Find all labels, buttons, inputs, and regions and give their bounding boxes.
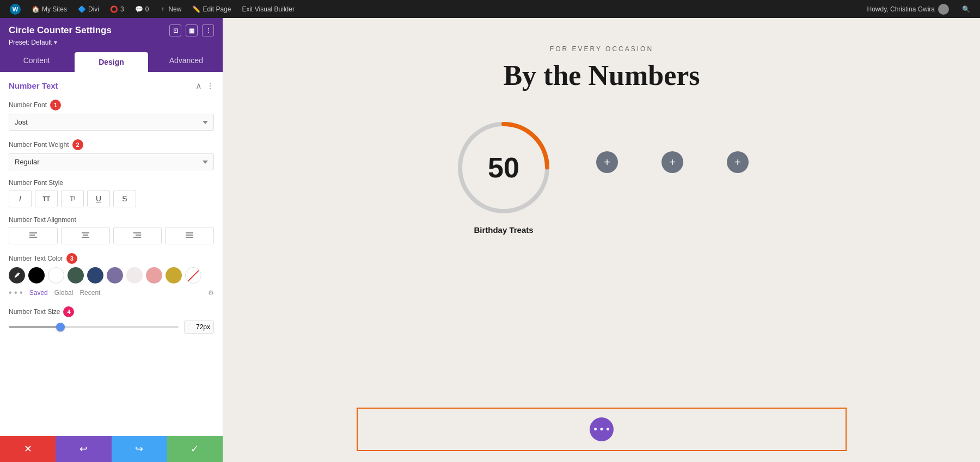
dark-blue-swatch[interactable] bbox=[87, 267, 103, 284]
size-value-input[interactable] bbox=[184, 321, 214, 334]
align-center-button[interactable] bbox=[61, 227, 110, 244]
divi-label: Divi bbox=[88, 5, 99, 13]
capitalize-button[interactable]: Tf bbox=[61, 190, 84, 207]
comment-count: 0 bbox=[145, 5, 149, 13]
add-counter-button-1[interactable]: + bbox=[596, 151, 618, 173]
wp-logo-link[interactable]: W bbox=[5, 0, 25, 18]
number-text-color-label: Number Text Color 3 bbox=[9, 253, 214, 264]
redo-button[interactable]: ↪ bbox=[112, 436, 167, 462]
divi-link[interactable]: 🔷 Divi bbox=[74, 0, 103, 18]
section-collapse-button[interactable]: ∧ bbox=[195, 81, 202, 91]
step-badge-4: 4 bbox=[63, 306, 74, 317]
eyedropper-swatch[interactable] bbox=[9, 267, 25, 284]
align-left-button[interactable] bbox=[9, 227, 58, 244]
number-font-select[interactable]: Jost bbox=[9, 114, 214, 131]
divi-circle-icon: ⭕ bbox=[110, 5, 118, 13]
expand-button[interactable]: ▦ bbox=[186, 24, 198, 36]
white-swatch[interactable] bbox=[48, 267, 64, 284]
counter-label: Birthday Treats bbox=[474, 225, 533, 235]
panel-title-text: Circle Counter Settings bbox=[9, 25, 112, 36]
counter-item-1: 50 Birthday Treats bbox=[455, 119, 553, 235]
purple-swatch[interactable] bbox=[107, 267, 123, 284]
preset-label-text: Preset: Default bbox=[9, 39, 52, 46]
comment-icon: 💬 bbox=[135, 5, 143, 13]
number-text-alignment-label: Number Text Alignment bbox=[9, 216, 214, 224]
number-font-weight-label: Number Font Weight 2 bbox=[9, 139, 214, 150]
new-link[interactable]: ＋ New bbox=[155, 0, 186, 18]
counters-row: 50 Birthday Treats + + + bbox=[256, 119, 947, 235]
search-icon: 🔍 bbox=[962, 5, 970, 13]
my-sites-link[interactable]: 🏠 My Sites bbox=[27, 0, 71, 18]
edit-page-link[interactable]: ✏️ Edit Page bbox=[188, 0, 235, 18]
font-style-buttons: I TT Tf U S bbox=[9, 190, 214, 207]
main-layout: Circle Counter Settings ⊡ ▦ ⋮ Preset: De… bbox=[0, 18, 980, 462]
italic-button[interactable]: I bbox=[9, 190, 32, 207]
canvas-content: FOR EVERY OCCASION By the Numbers 50 Bir… bbox=[223, 18, 980, 462]
add-counter-button-3[interactable]: + bbox=[727, 151, 749, 173]
divi-count: 3 bbox=[120, 5, 124, 13]
size-slider[interactable] bbox=[9, 326, 179, 328]
edit-page-label: Edit Page bbox=[203, 5, 231, 13]
panel-title-icons: ⊡ ▦ ⋮ bbox=[169, 24, 214, 36]
exit-builder-link[interactable]: Exit Visual Builder bbox=[237, 0, 299, 18]
circle-number: 50 bbox=[488, 151, 519, 184]
svg-rect-1 bbox=[29, 235, 35, 236]
align-right-button[interactable] bbox=[113, 227, 162, 244]
svg-rect-8 bbox=[133, 232, 141, 233]
more-options-button[interactable]: ⋮ bbox=[202, 24, 214, 36]
pink-swatch[interactable] bbox=[146, 267, 162, 284]
section-menu-button[interactable]: ⋮ bbox=[206, 82, 214, 90]
strikethrough-button[interactable]: S bbox=[113, 190, 136, 207]
save-button[interactable]: ✓ bbox=[167, 436, 223, 462]
svg-rect-2 bbox=[29, 237, 37, 238]
tab-design[interactable]: Design bbox=[75, 52, 148, 72]
bottom-section: • • • bbox=[223, 397, 980, 462]
admin-bar-right: Howdy, Christina Gwira 🔍 bbox=[863, 0, 975, 18]
reset-button[interactable]: ↩ bbox=[56, 436, 111, 462]
dark-green-swatch[interactable] bbox=[68, 267, 84, 284]
slider-thumb[interactable] bbox=[56, 323, 65, 331]
global-tab[interactable]: Global bbox=[54, 289, 74, 297]
cancel-icon: ✕ bbox=[24, 443, 32, 455]
redo-icon: ↪ bbox=[135, 443, 143, 455]
cancel-button[interactable]: ✕ bbox=[0, 436, 56, 462]
circle-counter: 50 bbox=[455, 119, 553, 217]
preset-selector[interactable]: Preset: Default ▾ bbox=[9, 39, 214, 46]
admin-bar: W 🏠 My Sites 🔷 Divi ⭕ 3 💬 0 ＋ New ✏️ Edi… bbox=[0, 0, 980, 18]
step-badge-3: 3 bbox=[66, 253, 77, 264]
tab-content[interactable]: Content bbox=[0, 51, 73, 72]
recent-tab[interactable]: Recent bbox=[79, 289, 100, 297]
light-pink-swatch[interactable] bbox=[126, 267, 143, 284]
tab-advanced[interactable]: Advanced bbox=[150, 51, 223, 72]
black-swatch[interactable] bbox=[28, 267, 45, 284]
uppercase-button[interactable]: TT bbox=[35, 190, 58, 207]
user-menu[interactable]: Howdy, Christina Gwira bbox=[863, 0, 953, 18]
add-counter-button-2[interactable]: + bbox=[661, 151, 683, 173]
tab-bar: Content Design Advanced bbox=[0, 51, 223, 72]
user-avatar bbox=[938, 4, 949, 15]
comment-count-link[interactable]: ⭕ 3 bbox=[106, 0, 128, 18]
align-justify-button[interactable] bbox=[165, 227, 214, 244]
color-settings-gear[interactable]: ⚙ bbox=[208, 289, 214, 297]
svg-rect-12 bbox=[186, 232, 193, 233]
svg-rect-4 bbox=[82, 232, 89, 233]
svg-rect-5 bbox=[83, 235, 88, 236]
number-font-style-group: Number Font Style I TT Tf U S bbox=[9, 179, 214, 207]
panel-header: Circle Counter Settings ⊡ ▦ ⋮ Preset: De… bbox=[0, 18, 223, 51]
number-font-label: Number Font 1 bbox=[9, 100, 214, 110]
gold-swatch[interactable] bbox=[166, 267, 182, 284]
comment-link[interactable]: 💬 0 bbox=[131, 0, 154, 18]
minimize-button[interactable]: ⊡ bbox=[169, 24, 181, 36]
number-font-weight-select[interactable]: Regular bbox=[9, 153, 214, 170]
save-icon: ✓ bbox=[191, 443, 199, 455]
section-options-button[interactable]: • • • bbox=[590, 417, 614, 441]
number-font-weight-group: Number Font Weight 2 Regular bbox=[9, 139, 214, 170]
panel-content: Number Text ∧ ⋮ Number Font 1 Jost bbox=[0, 72, 223, 436]
no-color-swatch[interactable] bbox=[185, 267, 201, 284]
search-button[interactable]: 🔍 bbox=[958, 0, 975, 18]
underline-button[interactable]: U bbox=[87, 190, 110, 207]
color-more-button[interactable]: • • • bbox=[9, 288, 23, 298]
saved-tab[interactable]: Saved bbox=[29, 289, 48, 297]
canvas-area: FOR EVERY OCCASION By the Numbers 50 Bir… bbox=[223, 18, 980, 462]
panel-title-row: Circle Counter Settings ⊡ ▦ ⋮ bbox=[9, 24, 214, 36]
